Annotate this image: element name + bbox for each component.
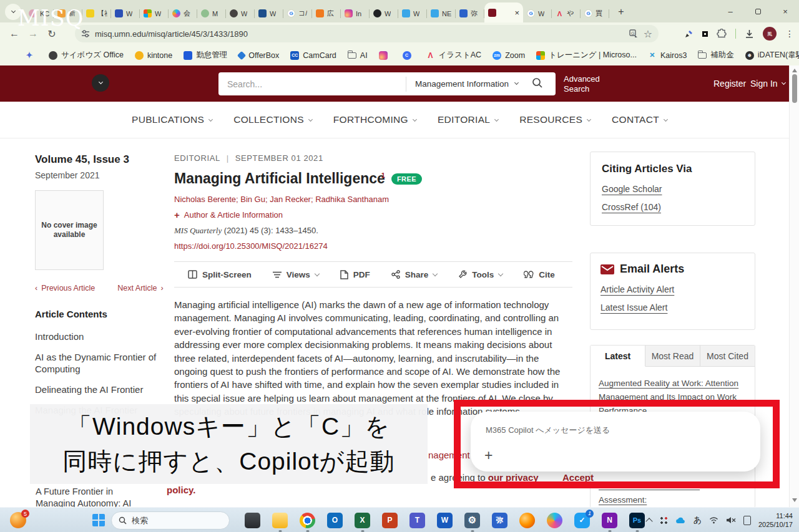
tab-close-icon[interactable]: × — [514, 8, 519, 17]
advanced-search-link[interactable]: Advanced Search — [564, 74, 600, 94]
site-settings-icon[interactable] — [81, 29, 90, 38]
address-bar[interactable]: misq.umn.edu/misq/article/45/3/1433/1890… — [75, 25, 659, 42]
taskbar-app-icon[interactable]: Ps — [629, 513, 645, 528]
copilot-input-box[interactable]: + — [471, 412, 760, 472]
bookmark-item[interactable]: AI — [348, 51, 368, 60]
nav-item[interactable]: EDITORIAL — [438, 114, 498, 125]
search-scope-dropdown[interactable]: Management Information — [406, 79, 527, 89]
cookie-accept-button[interactable]: Accept — [562, 472, 594, 483]
bookmark-star-icon[interactable]: ☆ — [644, 28, 652, 40]
bookmark-item[interactable]: kintone — [135, 51, 172, 60]
browser-tab[interactable]: W — [398, 4, 427, 22]
bookmark-item[interactable]: 補助金 — [698, 50, 734, 60]
contents-item[interactable]: AI as the Dynamic Frontier of Computing — [35, 351, 167, 375]
doi-link[interactable]: https://doi.org/10.25300/MISQ/2021/16274 — [174, 241, 572, 251]
nav-item[interactable]: CONTACT — [612, 114, 667, 125]
browser-tab[interactable]: W — [140, 4, 169, 22]
taskbar-app-icon[interactable]: X — [355, 513, 370, 528]
taskbar-app-icon[interactable]: T — [409, 513, 425, 528]
extensions-puzzle-icon[interactable] — [717, 29, 727, 39]
copilot-add-icon[interactable]: + — [484, 447, 493, 464]
search-icon[interactable] — [532, 77, 543, 91]
maximize-button[interactable] — [744, 0, 772, 22]
citing-link[interactable]: CrossRef (104) — [602, 202, 661, 212]
scroll-up-arrow[interactable] — [792, 69, 797, 72]
browser-tab[interactable]: 【社 — [82, 4, 111, 22]
bookmark-item[interactable]: ✕ Kairos3 — [648, 51, 687, 60]
browser-tab[interactable]: 弥 — [456, 4, 484, 22]
browser-tab[interactable]: In — [341, 4, 370, 22]
search-input[interactable] — [218, 79, 406, 89]
pdf-button[interactable]: PDF — [340, 270, 370, 279]
taskbar-app-icon[interactable]: W — [437, 513, 453, 528]
article-authors[interactable]: Nicholas Berente; Bin Gu; Jan Recker; Ra… — [174, 195, 572, 204]
tab-most-cited[interactable]: Most Cited — [700, 346, 755, 366]
browser-tab[interactable]: G コ/ — [283, 4, 312, 22]
bookmark-item[interactable]: OfferBox — [238, 51, 279, 60]
browser-tab[interactable]: G W — [523, 4, 552, 22]
downloads-icon[interactable] — [745, 29, 754, 39]
views-button[interactable]: Views — [273, 270, 319, 279]
browser-menu-icon[interactable]: ⋮ — [785, 29, 794, 39]
contents-item[interactable]: Delineating the AI Frontier — [35, 384, 167, 395]
bookmark-item[interactable]: C — [403, 51, 415, 60]
taskbar-search-input[interactable] — [132, 516, 213, 525]
tray-expand-icon[interactable] — [645, 518, 652, 525]
taskbar-app-icon[interactable] — [272, 513, 288, 528]
nav-item[interactable]: PUBLICATIONS — [132, 114, 212, 125]
volume-muted-icon[interactable] — [726, 516, 736, 524]
next-article-link[interactable]: Next Article › — [117, 284, 163, 293]
minimize-button[interactable]: – — [717, 0, 744, 22]
tray-app-icon[interactable] — [659, 516, 668, 525]
bookmark-item[interactable] — [379, 51, 391, 60]
taskbar-app-icon[interactable]: ✓ 1 — [574, 513, 590, 528]
taskbar-app-icon[interactable]: O — [327, 513, 343, 528]
bookmark-item[interactable]: 勤怠管理 — [184, 50, 227, 60]
notification-app-icon[interactable]: 5 — [10, 512, 26, 528]
copilot-message-input[interactable] — [486, 425, 723, 435]
wifi-icon[interactable] — [709, 517, 718, 524]
taskbar-app-icon[interactable] — [547, 513, 562, 528]
nav-item[interactable]: FORTHCOMING — [333, 114, 416, 125]
close-button[interactable]: × — [772, 0, 799, 22]
bookmark-item[interactable]: サイボウズ Office — [49, 50, 124, 60]
latest-article-link[interactable]: Augmented Reality at Work: Attention Man… — [599, 379, 738, 415]
taskbar-clock[interactable]: 11:44 2025/10/17 — [758, 511, 793, 529]
browser-tab[interactable]: × — [484, 2, 523, 22]
bookmark-item[interactable]: zm Zoom — [493, 51, 525, 60]
taskbar-app-icon[interactable] — [245, 513, 260, 528]
extension-black-square-icon[interactable] — [702, 31, 708, 37]
bookmark-item[interactable]: Λ イラストAC — [426, 50, 482, 60]
onedrive-icon[interactable] — [675, 516, 686, 524]
browser-tab[interactable]: NE — [427, 4, 456, 22]
url-text[interactable]: misq.umn.edu/misq/article/45/3/1433/1890 — [95, 29, 624, 39]
browser-tab[interactable]: Λ や — [552, 4, 581, 22]
signin-link[interactable]: Sign In — [750, 79, 785, 89]
tools-button[interactable]: Tools — [458, 270, 502, 279]
taskbar-app-icon[interactable]: P — [382, 513, 398, 528]
scrollbar-thumb[interactable] — [792, 74, 797, 103]
page-scrollbar[interactable] — [789, 65, 799, 507]
nav-item[interactable]: COLLECTIONS — [233, 114, 312, 125]
translate-icon[interactable]: G — [629, 29, 639, 39]
browser-tab[interactable]: W — [111, 4, 140, 22]
browser-tab[interactable]: M — [197, 4, 226, 22]
taskbar-app-icon[interactable]: ⚙ — [464, 513, 480, 528]
new-tab-button[interactable]: + — [613, 4, 629, 20]
share-button[interactable]: Share — [391, 270, 438, 279]
cite-button[interactable]: Cite — [524, 270, 555, 279]
author-info-toggle[interactable]: + Author & Article Information — [174, 210, 572, 220]
contents-item[interactable]: A Future Frontier in Managing Autonomy: … — [36, 486, 154, 510]
bookmark-item[interactable]: ✦ — [25, 51, 37, 60]
profile-avatar[interactable]: 風 — [763, 27, 777, 41]
nav-item[interactable]: RESOURCES — [519, 114, 591, 125]
taskbar-app-icon[interactable] — [519, 513, 535, 528]
browser-tab[interactable]: W — [226, 4, 255, 22]
misq-logo[interactable]: MISQ — [17, 6, 84, 31]
split-screen-button[interactable]: Split-Screen — [188, 270, 252, 279]
bookmark-item[interactable]: トレーニング | Microso... — [536, 50, 637, 60]
taskbar-app-icon[interactable]: N — [602, 513, 617, 528]
logo-dropdown-button[interactable] — [92, 74, 109, 92]
start-button[interactable] — [92, 514, 105, 526]
browser-tab[interactable]: 広 — [312, 4, 341, 22]
